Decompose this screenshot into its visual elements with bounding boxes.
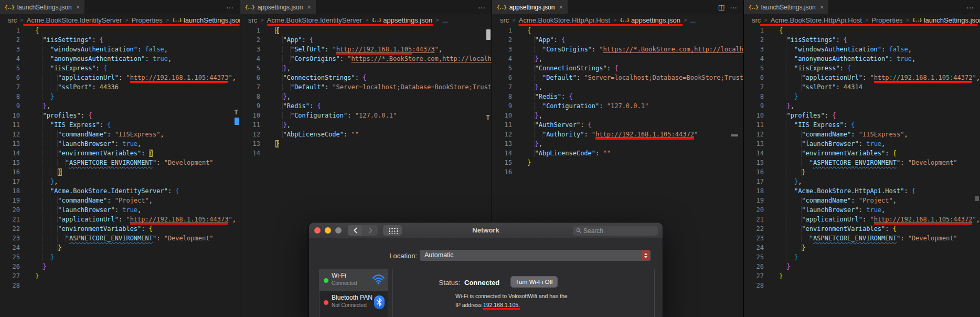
code-line[interactable]: 22 "environmentVariables": { [0, 224, 240, 234]
breadcrumb-item[interactable]: {..}appsettings.json [620, 16, 680, 24]
tab-launchSettings.json[interactable]: {..}launchSettings.json× [0, 0, 85, 14]
code-line[interactable]: 5 }, [240, 64, 492, 73]
location-dropdown[interactable]: Automatic [420, 250, 651, 261]
close-icon[interactable]: × [820, 4, 824, 10]
code-line[interactable]: 10 "profiles": { [744, 111, 980, 120]
code-line[interactable]: 16 } [744, 167, 980, 177]
code-line[interactable]: 16 [492, 167, 743, 177]
code-line[interactable]: 1{ [240, 26, 492, 35]
code-line[interactable]: 9 }, [0, 101, 240, 111]
breadcrumb-item[interactable]: Properties [871, 16, 902, 24]
code-line[interactable]: 14 "AbpLicenseCode": "" [492, 149, 743, 158]
code-line[interactable]: 12 "commandName": "IISExpress", [744, 130, 980, 139]
code-line[interactable]: 28 [744, 281, 980, 290]
code-line[interactable]: 19 "commandName": "Project", [0, 196, 240, 205]
code-line[interactable]: 5 "iisExpress": { [744, 64, 980, 73]
code-line[interactable]: 12 "Authority": "http://192.168.1.105:44… [492, 130, 743, 139]
code-line[interactable]: 20 "launchBrowser": true, [744, 205, 980, 215]
code-line[interactable]: 12 "AbpLicenseCode": "" [240, 130, 492, 139]
breadcrumb-item[interactable]: src [248, 16, 257, 24]
close-icon[interactable]: × [559, 4, 563, 10]
code-line[interactable]: 15} [492, 158, 743, 167]
code-line[interactable]: 6 "ConnectionStrings": { [240, 73, 492, 82]
breadcrumb-item[interactable]: src [8, 16, 17, 24]
dialog-titlebar[interactable]: Network [309, 223, 663, 238]
code-line[interactable]: 24 } [744, 243, 980, 252]
code-line[interactable]: 6 "applicationUrl": "http://192.168.1.10… [0, 73, 240, 82]
code-line[interactable]: 3 "SelfUrl": "http://192.168.1.105:44373… [240, 45, 492, 54]
code-line[interactable]: 25 } [0, 252, 240, 262]
code-line[interactable]: 12 "commandName": "IISExpress", [0, 130, 240, 139]
service-row-wifi[interactable]: Wi-Fi Connected [319, 269, 388, 291]
breadcrumb-item[interactable]: src [500, 16, 509, 24]
code-line[interactable]: 15 "ASPNETCORE_ENVIRONMENT": "Developmen… [0, 158, 240, 167]
breadcrumb-item[interactable]: Acme.BookStore.IdentityServer [27, 16, 122, 24]
breadcrumb-item[interactable]: src [752, 16, 761, 24]
code-line[interactable]: 20 "launchBrowser": true, [0, 205, 240, 215]
code-line[interactable]: 24 } [0, 243, 240, 252]
code-line[interactable]: 1{ [744, 26, 980, 35]
split-editor-icon[interactable]: ◫ [718, 4, 725, 10]
service-row-bluetooth[interactable]: Bluetooth PAN Not Connected [319, 291, 388, 313]
code-line[interactable]: 13 "launchBrowser": true, [0, 139, 240, 149]
code-line[interactable]: 13} [240, 139, 492, 149]
code-line[interactable]: 7 "sslPort": 44336 [0, 82, 240, 92]
code-line[interactable]: 8 } [744, 92, 980, 101]
code-line[interactable]: 10 "Configuration": "127.0.0.1" [240, 111, 492, 120]
code-line[interactable]: 10 }, [492, 111, 743, 120]
breadcrumb-item[interactable]: Acme.BookStore.HttpApi.Host [771, 16, 862, 24]
breadcrumb-item[interactable]: {..}launchSettings.json [172, 16, 240, 24]
code-line[interactable]: 8 } [0, 92, 240, 101]
turn-wifi-off-button[interactable]: Turn Wi-Fi Off [510, 276, 558, 288]
breadcrumb-item[interactable]: {..}launchSettings.json [912, 16, 980, 24]
code-line[interactable]: 8 "Redis": { [492, 92, 743, 101]
code-line[interactable]: 2 "iisSettings": { [0, 35, 240, 45]
close-icon[interactable]: × [76, 4, 80, 10]
tab-appsettings.json[interactable]: {..}appsettings.json× [240, 0, 316, 14]
code-line[interactable]: 8 }, [240, 92, 492, 101]
code-line[interactable]: 5 "ConnectionStrings": { [492, 64, 743, 73]
code-line[interactable]: 17 }, [0, 177, 240, 186]
code-line[interactable]: 2 "iisSettings": { [744, 35, 980, 45]
code-line[interactable]: 3 "CorsOrigins": "https://*.BookStore.co… [492, 45, 743, 54]
code-line[interactable]: 1{ [0, 26, 240, 35]
code-line[interactable]: 3 "windowsAuthentication": false, [744, 45, 980, 54]
more-actions-icon[interactable]: ··· [226, 4, 233, 11]
code-line[interactable]: 23 "ASPNETCORE_ENVIRONMENT": "Developmen… [0, 234, 240, 243]
more-actions-icon[interactable]: ··· [478, 4, 485, 11]
code-line[interactable]: 11 "IIS Express": { [744, 120, 980, 130]
code-line[interactable]: 11 "IIS Express": { [0, 120, 240, 130]
code-line[interactable]: 2 "App": { [492, 35, 743, 45]
code-line[interactable]: 6 "Default": "Server=localhost;Database=… [492, 73, 743, 82]
code-line[interactable]: 18 "Acme.BookStore.HttpApi.Host": { [744, 186, 980, 196]
code-line[interactable]: 6 "applicationUrl": "http://192.168.1.10… [744, 73, 980, 82]
code-line[interactable]: 28 [0, 281, 240, 290]
code-line[interactable]: 21 "applicationUrl": "http://192.168.1.1… [744, 215, 980, 224]
close-window-icon[interactable] [314, 227, 321, 234]
code-line[interactable]: 7 }, [492, 82, 743, 92]
tab-launchSettings.json[interactable]: {..}launchSettings.json× [744, 0, 829, 14]
breadcrumb-item[interactable]: Acme.BookStore.IdentityServer [267, 16, 362, 24]
code-line[interactable]: 14 "environmentVariables": { [744, 149, 980, 158]
breadcrumb-item[interactable]: ... [690, 16, 696, 24]
breadcrumb-item[interactable]: Acme.BookStore.HttpApi.Host [519, 16, 610, 24]
show-all-button[interactable] [383, 225, 402, 236]
code-line[interactable]: 22 "environmentVariables": { [744, 224, 980, 234]
code-line[interactable]: 1{ [492, 26, 743, 35]
code-line[interactable]: 23 "ASPNETCORE_ENVIRONMENT": "Developmen… [744, 234, 980, 243]
breadcrumb-item[interactable]: Properties [132, 16, 163, 24]
code-line[interactable]: 3 "windowsAuthentication": false, [0, 45, 240, 54]
code-line[interactable]: 10 "profiles": { [0, 111, 240, 120]
code-line[interactable]: 4 "CorsOrigins": "https://*.BookStore.co… [240, 54, 492, 64]
tab-appsettings.json[interactable]: {..}appsettings.json× [492, 0, 568, 14]
code-line[interactable]: 15 "ASPNETCORE_ENVIRONMENT": "Developmen… [744, 158, 980, 167]
code-line[interactable]: 25 } [744, 252, 980, 262]
code-line[interactable]: 14 [240, 149, 492, 158]
code-line[interactable]: 7 "Default": "Server=localhost;Database=… [240, 82, 492, 92]
code-line[interactable]: 9 "Configuration": "127.0.0.1" [492, 101, 743, 111]
code-line[interactable]: 7 "sslPort": 44314 [744, 82, 980, 92]
code-line[interactable]: 4 "anonymousAuthentication": true, [744, 54, 980, 64]
breadcrumb-item[interactable]: {..}appsettings.json [372, 16, 433, 24]
breadcrumb-item[interactable]: ... [442, 16, 448, 24]
more-actions-icon[interactable]: ··· [966, 4, 974, 11]
